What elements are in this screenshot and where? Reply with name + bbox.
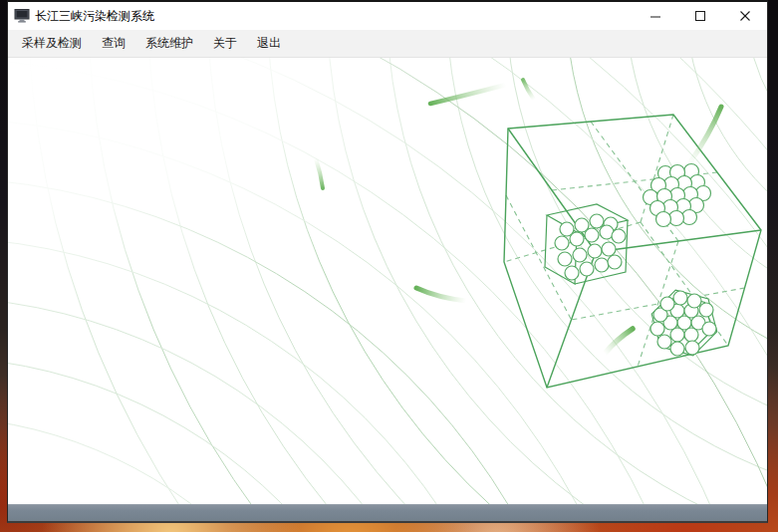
minimize-button[interactable] (633, 2, 677, 30)
maximize-icon (694, 10, 706, 22)
menu-item-query[interactable]: 查询 (92, 30, 135, 57)
monitor-icon (14, 8, 30, 24)
menu-item-maintenance[interactable]: 系统维护 (135, 30, 203, 57)
mesh-fade-overlay-bottom (8, 58, 767, 504)
title-bar[interactable]: 长江三峡污染检测系统 (8, 2, 767, 30)
minimize-icon (649, 10, 661, 22)
window-title: 长江三峡污染检测系统 (35, 8, 154, 25)
status-bar (8, 504, 767, 521)
app-window: 长江三峡污染检测系统 采样及检测 查询 系统维护 关于 退出 (7, 0, 768, 523)
menu-item-sampling[interactable]: 采样及检测 (12, 30, 92, 57)
menu-item-about[interactable]: 关于 (203, 30, 247, 57)
client-area (8, 58, 767, 504)
close-button[interactable] (722, 2, 767, 30)
close-icon (739, 10, 751, 22)
maximize-button[interactable] (677, 2, 722, 30)
menu-item-exit[interactable]: 退出 (247, 30, 291, 57)
menu-bar: 采样及检测 查询 系统维护 关于 退出 (8, 30, 767, 58)
background-art (8, 58, 767, 504)
